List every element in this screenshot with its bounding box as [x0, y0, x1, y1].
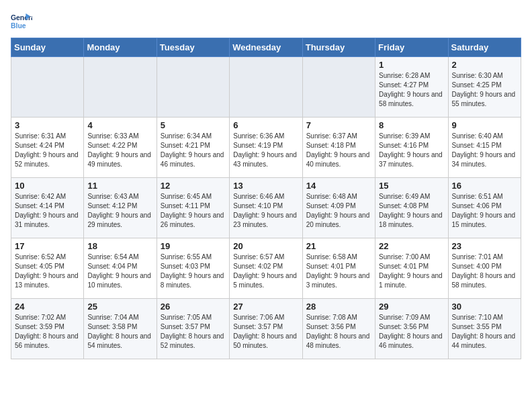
calendar-cell: 17Sunrise: 6:52 AMSunset: 4:05 PMDayligh…: [11, 238, 84, 299]
cell-info: Sunrise: 6:52 AMSunset: 4:05 PMDaylight:…: [15, 253, 80, 290]
day-header-thursday: Thursday: [302, 38, 375, 57]
cell-info: Sunrise: 6:51 AMSunset: 4:06 PMDaylight:…: [452, 192, 517, 230]
day-number: 14: [306, 181, 371, 191]
calendar-cell: [84, 57, 157, 118]
day-number: 11: [87, 181, 152, 191]
day-header-friday: Friday: [375, 38, 448, 57]
day-header-monday: Monday: [84, 38, 157, 57]
calendar-cell: [302, 57, 375, 118]
calendar-cell: 18Sunrise: 6:54 AMSunset: 4:04 PMDayligh…: [84, 238, 157, 299]
cell-info: Sunrise: 7:06 AMSunset: 3:57 PMDaylight:…: [233, 313, 298, 351]
cell-info: Sunrise: 6:36 AMSunset: 4:19 PMDaylight:…: [233, 132, 298, 169]
day-number: 17: [15, 241, 80, 251]
calendar-cell: 1Sunrise: 6:28 AMSunset: 4:27 PMDaylight…: [375, 57, 448, 118]
day-number: 10: [15, 181, 80, 191]
cell-info: Sunrise: 7:04 AMSunset: 3:58 PMDaylight:…: [87, 313, 152, 351]
cell-info: Sunrise: 6:42 AMSunset: 4:14 PMDaylight:…: [15, 192, 80, 230]
calendar-cell: 22Sunrise: 7:00 AMSunset: 4:01 PMDayligh…: [375, 238, 448, 299]
calendar-cell: 29Sunrise: 7:09 AMSunset: 3:56 PMDayligh…: [375, 299, 448, 359]
calendar-cell: 9Sunrise: 6:40 AMSunset: 4:15 PMDaylight…: [448, 118, 521, 178]
cell-info: Sunrise: 6:31 AMSunset: 4:24 PMDaylight:…: [15, 132, 80, 169]
cell-info: Sunrise: 7:00 AMSunset: 4:01 PMDaylight:…: [379, 253, 444, 290]
cell-info: Sunrise: 6:34 AMSunset: 4:21 PMDaylight:…: [161, 132, 226, 169]
cell-info: Sunrise: 6:58 AMSunset: 4:01 PMDaylight:…: [306, 253, 371, 290]
cell-info: Sunrise: 6:57 AMSunset: 4:02 PMDaylight:…: [233, 253, 298, 290]
day-header-tuesday: Tuesday: [157, 38, 229, 57]
cell-info: Sunrise: 6:54 AMSunset: 4:04 PMDaylight:…: [87, 253, 152, 290]
day-number: 16: [452, 181, 517, 191]
cell-info: Sunrise: 7:02 AMSunset: 3:59 PMDaylight:…: [15, 313, 80, 351]
week-row-5: 24Sunrise: 7:02 AMSunset: 3:59 PMDayligh…: [11, 299, 521, 359]
day-number: 1: [379, 60, 444, 70]
cell-info: Sunrise: 6:28 AMSunset: 4:27 PMDaylight:…: [379, 71, 444, 109]
day-number: 29: [379, 302, 444, 312]
calendar-cell: 24Sunrise: 7:02 AMSunset: 3:59 PMDayligh…: [11, 299, 84, 359]
day-number: 18: [87, 241, 152, 251]
cell-info: Sunrise: 6:39 AMSunset: 4:16 PMDaylight:…: [379, 132, 444, 169]
day-number: 8: [379, 120, 444, 130]
day-number: 2: [452, 60, 517, 70]
day-number: 6: [233, 120, 298, 130]
day-header-wednesday: Wednesday: [230, 38, 302, 57]
days-header-row: SundayMondayTuesdayWednesdayThursdayFrid…: [11, 38, 521, 57]
cell-info: Sunrise: 7:09 AMSunset: 3:56 PMDaylight:…: [379, 313, 444, 351]
day-number: 3: [15, 120, 80, 130]
cell-info: Sunrise: 6:49 AMSunset: 4:08 PMDaylight:…: [379, 192, 444, 230]
day-number: 25: [87, 302, 152, 312]
calendar-cell: 8Sunrise: 6:39 AMSunset: 4:16 PMDaylight…: [375, 118, 448, 178]
cell-info: Sunrise: 7:10 AMSunset: 3:55 PMDaylight:…: [452, 313, 517, 351]
logo-icon: GeneralBlue: [11, 11, 32, 32]
calendar-cell: 2Sunrise: 6:30 AMSunset: 4:25 PMDaylight…: [448, 57, 521, 118]
calendar-cell: 11Sunrise: 6:43 AMSunset: 4:12 PMDayligh…: [84, 178, 157, 238]
calendar-cell: 28Sunrise: 7:08 AMSunset: 3:56 PMDayligh…: [302, 299, 375, 359]
day-number: 26: [161, 302, 226, 312]
day-number: 21: [306, 241, 371, 251]
day-number: 28: [306, 302, 371, 312]
calendar-cell: 25Sunrise: 7:04 AMSunset: 3:58 PMDayligh…: [84, 299, 157, 359]
cell-info: Sunrise: 7:08 AMSunset: 3:56 PMDaylight:…: [306, 313, 371, 351]
week-row-3: 10Sunrise: 6:42 AMSunset: 4:14 PMDayligh…: [11, 178, 521, 238]
day-number: 12: [161, 181, 226, 191]
day-number: 20: [233, 241, 298, 251]
calendar-cell: 26Sunrise: 7:05 AMSunset: 3:57 PMDayligh…: [157, 299, 229, 359]
calendar-cell: 6Sunrise: 6:36 AMSunset: 4:19 PMDaylight…: [230, 118, 302, 178]
calendar-cell: 3Sunrise: 6:31 AMSunset: 4:24 PMDaylight…: [11, 118, 84, 178]
calendar-cell: 21Sunrise: 6:58 AMSunset: 4:01 PMDayligh…: [302, 238, 375, 299]
day-number: 30: [452, 302, 517, 312]
cell-info: Sunrise: 6:48 AMSunset: 4:09 PMDaylight:…: [306, 192, 371, 230]
cell-info: Sunrise: 6:30 AMSunset: 4:25 PMDaylight:…: [452, 71, 517, 109]
calendar-cell: 10Sunrise: 6:42 AMSunset: 4:14 PMDayligh…: [11, 178, 84, 238]
svg-text:Blue: Blue: [11, 22, 26, 30]
day-number: 5: [161, 120, 226, 130]
calendar-cell: 19Sunrise: 6:55 AMSunset: 4:03 PMDayligh…: [157, 238, 229, 299]
calendar-cell: [11, 57, 84, 118]
day-number: 23: [452, 241, 517, 251]
cell-info: Sunrise: 7:05 AMSunset: 3:57 PMDaylight:…: [161, 313, 226, 351]
week-row-1: 1Sunrise: 6:28 AMSunset: 4:27 PMDaylight…: [11, 57, 521, 118]
day-number: 13: [233, 181, 298, 191]
calendar-cell: 7Sunrise: 6:37 AMSunset: 4:18 PMDaylight…: [302, 118, 375, 178]
day-number: 27: [233, 302, 298, 312]
day-number: 22: [379, 241, 444, 251]
cell-info: Sunrise: 6:40 AMSunset: 4:15 PMDaylight:…: [452, 132, 517, 169]
calendar-cell: 4Sunrise: 6:33 AMSunset: 4:22 PMDaylight…: [84, 118, 157, 178]
cell-info: Sunrise: 6:43 AMSunset: 4:12 PMDaylight:…: [87, 192, 152, 230]
calendar-cell: 14Sunrise: 6:48 AMSunset: 4:09 PMDayligh…: [302, 178, 375, 238]
calendar-table: SundayMondayTuesdayWednesdayThursdayFrid…: [11, 38, 521, 359]
day-header-saturday: Saturday: [448, 38, 521, 57]
week-row-2: 3Sunrise: 6:31 AMSunset: 4:24 PMDaylight…: [11, 118, 521, 178]
cell-info: Sunrise: 7:01 AMSunset: 4:00 PMDaylight:…: [452, 253, 517, 290]
calendar-cell: 15Sunrise: 6:49 AMSunset: 4:08 PMDayligh…: [375, 178, 448, 238]
calendar-cell: 5Sunrise: 6:34 AMSunset: 4:21 PMDaylight…: [157, 118, 229, 178]
page-header: GeneralBlue: [11, 11, 521, 32]
day-number: 4: [87, 120, 152, 130]
calendar-cell: 20Sunrise: 6:57 AMSunset: 4:02 PMDayligh…: [230, 238, 302, 299]
calendar-cell: 12Sunrise: 6:45 AMSunset: 4:11 PMDayligh…: [157, 178, 229, 238]
week-row-4: 17Sunrise: 6:52 AMSunset: 4:05 PMDayligh…: [11, 238, 521, 299]
calendar-cell: [157, 57, 229, 118]
calendar-cell: 16Sunrise: 6:51 AMSunset: 4:06 PMDayligh…: [448, 178, 521, 238]
cell-info: Sunrise: 6:45 AMSunset: 4:11 PMDaylight:…: [161, 192, 226, 230]
day-number: 24: [15, 302, 80, 312]
cell-info: Sunrise: 6:33 AMSunset: 4:22 PMDaylight:…: [87, 132, 152, 169]
day-number: 9: [452, 120, 517, 130]
